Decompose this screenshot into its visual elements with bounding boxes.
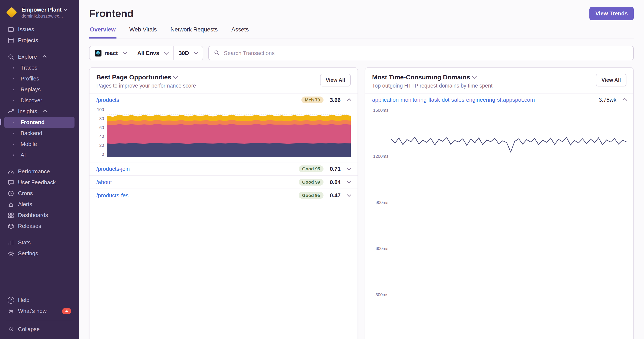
sidebar-item-discover[interactable]: Discover xyxy=(4,95,74,106)
chevron-up-icon[interactable] xyxy=(347,98,351,102)
sidebar-item-dashboards[interactable]: Dashboards xyxy=(4,210,74,221)
clock-icon xyxy=(8,190,14,197)
filter-bar: react All Envs 30D xyxy=(89,46,634,60)
page-title: Frontend xyxy=(89,8,134,19)
panel-title: Best Page Opportunities xyxy=(96,74,171,81)
sidebar-collapse-button[interactable]: Collapse xyxy=(4,324,74,335)
sidebar-item-settings[interactable]: Settings xyxy=(4,248,74,259)
sidebar-item-mobile[interactable]: Mobile xyxy=(4,139,74,150)
page-link[interactable]: /products-join xyxy=(96,166,130,172)
domain-link[interactable]: application-monitoring-flask-dot-sales-e… xyxy=(372,96,535,103)
opportunity-score: 0.71 xyxy=(328,166,341,172)
environment-filter[interactable]: All Envs xyxy=(132,46,174,60)
view-all-button[interactable]: View All xyxy=(320,74,351,86)
sidebar-item-frontend[interactable]: Frontend xyxy=(4,117,74,128)
sidebar-item-label: User Feedback xyxy=(18,179,56,186)
sidebar-item-whats-new[interactable]: What's new4 xyxy=(4,306,74,317)
opportunity-score-chart: 100806040200 xyxy=(90,106,358,162)
stats-icon xyxy=(8,240,14,246)
chevron-up-icon xyxy=(43,110,47,114)
help-icon: ? xyxy=(8,297,14,304)
tab-web-vitals[interactable]: Web Vitals xyxy=(128,26,158,38)
main-content: Frontend View Trends Overview Web Vitals… xyxy=(79,0,644,339)
domain-row[interactable]: application-monitoring-flask-dot-sales-e… xyxy=(365,93,633,106)
sidebar-item-profiles[interactable]: Profiles xyxy=(4,73,74,84)
sidebar-item-label: Dashboards xyxy=(18,212,48,219)
sidebar-item-releases[interactable]: Releases xyxy=(4,221,74,232)
sidebar-item-label: Collapse xyxy=(18,326,40,333)
feedback-icon xyxy=(8,179,14,186)
org-user: dominik.buszowiec... xyxy=(22,13,67,19)
sidebar-item-label: Stats xyxy=(18,239,30,246)
sidebar-item-label: Explore xyxy=(18,53,37,60)
chevron-down-icon[interactable] xyxy=(173,74,178,78)
sidebar-item-backend[interactable]: Backend xyxy=(4,128,74,139)
sidebar-item-label: Mobile xyxy=(20,141,37,147)
broadcast-icon xyxy=(8,308,14,314)
page-link[interactable]: /about xyxy=(96,179,112,186)
chevron-down-icon[interactable] xyxy=(472,74,476,78)
issues-icon xyxy=(8,26,14,33)
sidebar-item-projects[interactable]: Projects xyxy=(4,35,74,46)
bullet-icon xyxy=(13,67,14,68)
sidebar-item-alerts[interactable]: Alerts xyxy=(4,199,74,210)
chevron-up-icon xyxy=(42,55,46,59)
view-all-button[interactable]: View All xyxy=(596,74,626,86)
opportunity-row[interactable]: /about Good 990.04 xyxy=(90,175,358,189)
sidebar-item-traces[interactable]: Traces xyxy=(4,62,74,73)
stacked-area-chart xyxy=(106,107,351,157)
siren-icon xyxy=(8,201,14,208)
bullet-icon xyxy=(13,155,14,156)
date-range-filter[interactable]: 30D xyxy=(174,46,203,60)
sidebar-item-label: Help xyxy=(18,297,29,304)
chevron-down-icon xyxy=(164,50,169,54)
tab-overview[interactable]: Overview xyxy=(89,26,116,38)
performance-icon xyxy=(8,168,14,175)
project-filter-label: react xyxy=(104,50,118,56)
sidebar-item-help[interactable]: ?Help xyxy=(4,295,74,306)
bullet-icon xyxy=(13,122,14,123)
score-badge: Good 95 xyxy=(299,165,324,172)
sidebar-item-replays[interactable]: Replays xyxy=(4,84,74,95)
sidebar-item-stats[interactable]: Stats xyxy=(4,237,74,248)
sidebar-item-label: Replays xyxy=(20,86,41,93)
sidebar-item-crons[interactable]: Crons xyxy=(4,188,74,199)
opportunity-row[interactable]: /products-join Good 950.71 xyxy=(90,162,358,175)
opportunity-score: 0.47 xyxy=(328,192,341,199)
chevron-down-icon[interactable] xyxy=(347,179,351,183)
opportunity-row[interactable]: /products-fes Good 950.47 xyxy=(90,189,358,202)
sidebar-item-issues[interactable]: Issues xyxy=(4,24,74,35)
sidebar-item-label: Projects xyxy=(18,37,38,44)
sidebar-item-label: What's new xyxy=(18,308,47,314)
project-filter[interactable]: react xyxy=(90,46,132,60)
sidebar-group-explore[interactable]: Explore xyxy=(4,51,74,62)
divider xyxy=(6,320,73,320)
transaction-search[interactable] xyxy=(208,46,634,60)
org-switcher[interactable]: Empower Plant dominik.buszowiec... xyxy=(4,4,74,24)
chevron-up-icon[interactable] xyxy=(622,98,627,102)
tab-assets[interactable]: Assets xyxy=(230,26,250,38)
opportunity-row[interactable]: /products Meh 793.66 xyxy=(90,93,358,106)
page-link[interactable]: /products xyxy=(96,97,119,103)
sidebar-group-insights[interactable]: Insights xyxy=(4,106,74,117)
chevron-down-icon[interactable] xyxy=(347,166,351,170)
panel-title: Most Time-Consuming Domains xyxy=(372,74,470,81)
sidebar-item-performance[interactable]: Performance xyxy=(4,166,74,177)
search-input[interactable] xyxy=(223,49,628,57)
view-trends-button[interactable]: View Trends xyxy=(590,7,634,20)
best-page-opportunities-panel: Best Page Opportunities Pages to improve… xyxy=(89,67,358,339)
sidebar: Empower Plant dominik.buszowiec... Issue… xyxy=(0,0,79,339)
score-badge: Good 99 xyxy=(299,179,324,186)
sidebar-item-ai[interactable]: AI xyxy=(4,150,74,161)
sidebar-item-label: Frontend xyxy=(20,119,45,126)
insights-icon xyxy=(8,108,14,115)
tab-network-requests[interactable]: Network Requests xyxy=(170,26,218,38)
page-link[interactable]: /products-fes xyxy=(96,192,128,199)
sidebar-item-label: Traces xyxy=(20,64,38,71)
projects-icon xyxy=(8,37,14,44)
chevron-down-icon[interactable] xyxy=(347,192,351,197)
sidebar-item-label: Settings xyxy=(18,250,38,257)
sidebar-item-label: Profiles xyxy=(20,75,39,82)
sidebar-item-user-feedback[interactable]: User Feedback xyxy=(4,177,74,188)
sidebar-item-label: AI xyxy=(20,152,26,158)
